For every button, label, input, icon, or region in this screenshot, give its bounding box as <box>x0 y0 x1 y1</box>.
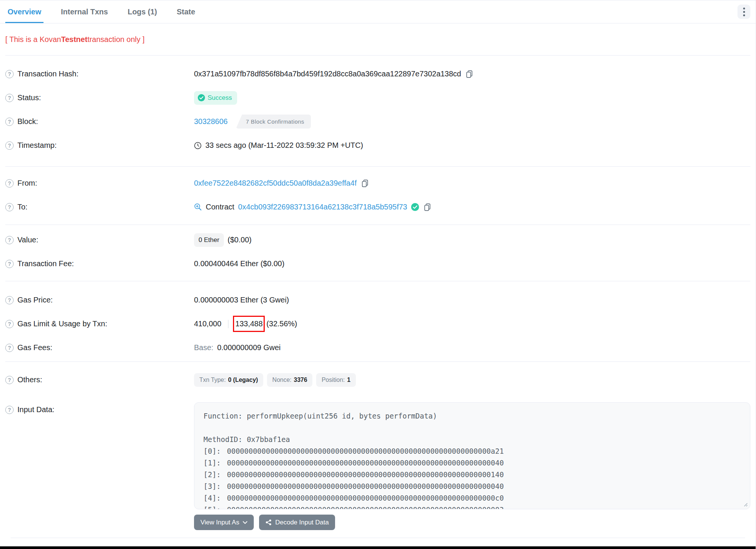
help-icon[interactable]: ? <box>5 70 14 78</box>
check-circle-icon <box>198 94 205 101</box>
help-icon[interactable]: ? <box>5 94 14 102</box>
gas-price-value: 0.000000003 Ether (3 Gwei) <box>194 296 289 304</box>
transaction-overview-page: Overview Internal Txns Logs (1) State [ … <box>0 0 756 549</box>
input-methodid-line: MethodID: 0x7bbaf1ea <box>203 434 741 445</box>
txn-type-badge: Txn Type: 0 (Legacy) <box>194 373 263 387</box>
gas-fees-label: Gas Fees: <box>17 343 52 352</box>
gas-price-label: Gas Price: <box>17 296 53 304</box>
copy-icon[interactable] <box>465 70 474 78</box>
section-value: ? Value: 0 Ether ($0.00) ? Transaction F… <box>0 225 756 281</box>
help-icon[interactable]: ? <box>5 376 14 384</box>
tab-internal-txns[interactable]: Internal Txns <box>59 0 110 23</box>
row-gas-price: ? Gas Price: 0.000000003 Ether (3 Gwei) <box>5 288 750 312</box>
gas-used-annotation-box: 133,488 <box>235 319 262 328</box>
help-icon[interactable]: ? <box>5 260 14 268</box>
help-icon[interactable]: ? <box>5 141 14 150</box>
notice-bold: Testnet <box>61 35 87 44</box>
value-separator <box>228 320 228 328</box>
testnet-notice: [ This is a Kovan Testnet transaction on… <box>0 23 756 55</box>
section-divider <box>11 538 745 538</box>
input-word-row: [0]:000000000000000000000000000000000000… <box>203 445 741 457</box>
section-gas: ? Gas Price: 0.000000003 Ether (3 Gwei) … <box>0 281 756 361</box>
row-transaction-fee: ? Transaction Fee: 0.000400464 Ether ($0… <box>5 252 750 276</box>
row-others: ? Others: Txn Type: 0 (Legacy) Nonce: 33… <box>5 368 750 392</box>
help-icon[interactable]: ? <box>5 203 14 211</box>
input-word-row: [3]:000000000000000000000000000000000000… <box>203 481 741 492</box>
position-badge: Position: 1 <box>316 373 355 387</box>
copy-icon[interactable] <box>423 203 432 211</box>
section-addresses: ? From: 0xfee7522e8482682cf50ddc50a0f8da… <box>0 167 756 225</box>
value-usd: ($0.00) <box>228 236 251 244</box>
status-value: Success <box>208 94 232 102</box>
decode-icon <box>265 519 272 526</box>
decode-input-data-button[interactable]: Decode Input Data <box>259 515 335 530</box>
transaction-hash-label: Transaction Hash: <box>17 70 79 78</box>
verified-check-icon <box>411 203 419 211</box>
fee-label: Transaction Fee: <box>17 259 74 268</box>
input-data-textarea[interactable]: Function: performUpkeep(uint256 id, byte… <box>194 402 750 509</box>
more-options-button[interactable] <box>737 5 750 19</box>
row-input-data: ? Input Data: Function: performUpkeep(ui… <box>5 402 750 530</box>
block-confirmations-badge: 7 Block Confirmations <box>236 115 311 129</box>
block-label: Block: <box>17 117 38 126</box>
tab-bar: Overview Internal Txns Logs (1) State <box>0 0 756 23</box>
row-transaction-hash: ? Transaction Hash: 0x371a51097fb78df856… <box>5 62 750 86</box>
gas-limit-label: Gas Limit & Usage by Txn: <box>17 319 107 328</box>
gas-used-value: 133,488 <box>235 319 262 328</box>
input-data-label: Input Data: <box>17 405 54 414</box>
to-address-link[interactable]: 0x4cb093f226983713164a62138c3f718a5b595f… <box>238 203 407 211</box>
gas-limit-value: 410,000 <box>194 319 221 328</box>
status-label: Status: <box>17 93 41 102</box>
row-gas-limit-usage: ? Gas Limit & Usage by Txn: 410,000 133,… <box>5 312 750 336</box>
value-label: Value: <box>17 236 38 244</box>
help-icon[interactable]: ? <box>5 118 14 126</box>
copy-icon[interactable] <box>360 179 369 188</box>
row-block: ? Block: 30328606 7 Block Confirmations <box>5 110 750 133</box>
help-icon[interactable]: ? <box>5 179 14 188</box>
block-number-link[interactable]: 30328606 <box>194 117 228 126</box>
others-label: Others: <box>17 375 42 384</box>
section-summary: ? Transaction Hash: 0x371a51097fb78df856… <box>0 56 756 166</box>
gas-used-percent: (32.56%) <box>267 319 297 328</box>
row-status: ? Status: Success <box>5 86 750 110</box>
notice-text: [ This is a Kovan <box>5 35 61 44</box>
help-icon[interactable]: ? <box>5 236 14 244</box>
tab-overview[interactable]: Overview <box>5 0 43 23</box>
from-label: From: <box>17 179 37 188</box>
tab-logs[interactable]: Logs (1) <box>125 0 159 23</box>
transaction-hash-value: 0x371a51097fb78df856f8b4a7bd459f192d8cc8… <box>194 70 461 78</box>
fee-value: 0.000400464 Ether ($0.00) <box>194 259 284 268</box>
row-value: ? Value: 0 Ether ($0.00) <box>5 228 750 252</box>
to-type: Contract <box>206 203 234 211</box>
help-icon[interactable]: ? <box>5 406 14 414</box>
help-icon[interactable]: ? <box>5 344 14 352</box>
view-input-as-button[interactable]: View Input As <box>194 515 254 530</box>
input-word-row: [5]:000000000000000000000000000000000000… <box>203 504 741 509</box>
help-icon[interactable]: ? <box>5 296 14 304</box>
status-badge: Success <box>194 91 237 105</box>
help-icon[interactable]: ? <box>5 320 14 328</box>
nonce-badge: Nonce: 3376 <box>267 373 312 387</box>
from-address-link[interactable]: 0xfee7522e8482682cf50ddc50a0f8da2a39effa… <box>194 179 357 188</box>
resize-grip-icon[interactable] <box>742 501 748 507</box>
chevron-down-icon <box>243 521 247 524</box>
input-function-line: Function: performUpkeep(uint256 id, byte… <box>203 410 741 422</box>
row-gas-fees: ? Gas Fees: Base: 0.000000009 Gwei <box>5 336 750 360</box>
ether-value-badge: 0 Ether <box>194 233 224 247</box>
row-from: ? From: 0xfee7522e8482682cf50ddc50a0f8da… <box>5 171 750 195</box>
to-label: To: <box>17 203 28 211</box>
row-timestamp: ? Timestamp: 33 secs ago (Mar-11-2022 03… <box>5 133 750 157</box>
input-word-row: [2]:000000000000000000000000000000000000… <box>203 469 741 481</box>
row-to: ? To: Contract 0x4cb093f226983713164a621… <box>5 195 750 219</box>
timestamp-label: Timestamp: <box>17 141 57 150</box>
tab-state[interactable]: State <box>174 0 197 23</box>
timestamp-value: 33 secs ago (Mar-11-2022 03:59:32 PM +UT… <box>205 141 363 150</box>
clock-icon <box>194 142 202 149</box>
input-word-row: [4]:000000000000000000000000000000000000… <box>203 492 741 504</box>
kebab-icon <box>743 8 745 9</box>
zoom-in-icon[interactable] <box>194 203 202 211</box>
input-word-row: [1]:000000000000000000000000000000000000… <box>203 457 741 469</box>
base-fee-label: Base: <box>194 343 213 352</box>
section-others-input: ? Others: Txn Type: 0 (Legacy) Nonce: 33… <box>0 362 756 538</box>
bottom-bar <box>0 546 756 549</box>
